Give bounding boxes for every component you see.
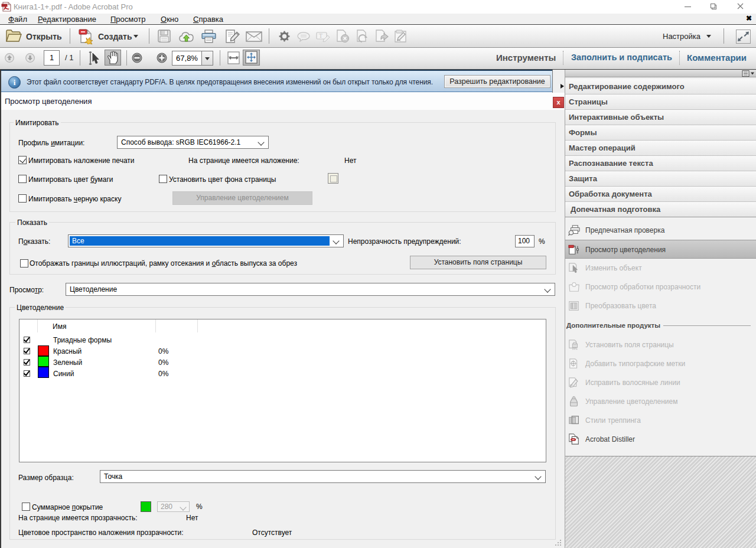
svg-text:T: T [319,32,322,39]
